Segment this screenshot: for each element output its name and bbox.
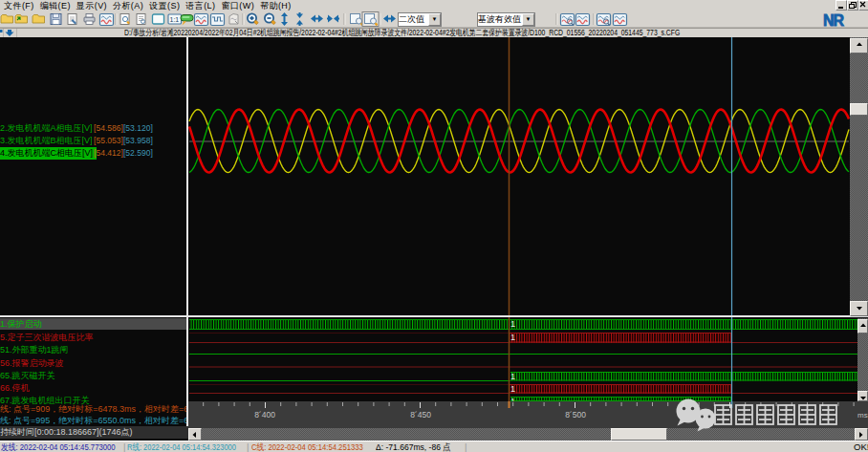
svg-text:1: 1 bbox=[510, 319, 515, 329]
svg-text:8´450: 8´450 bbox=[410, 410, 431, 420]
svg-text:1: 1 bbox=[510, 372, 515, 381]
svg-text:1: 1 bbox=[510, 333, 515, 342]
svg-text:1:1: 1:1 bbox=[170, 16, 180, 23]
svg-text:NR: NR bbox=[823, 12, 845, 29]
svg-text:8´400: 8´400 bbox=[254, 410, 275, 420]
svg-text:1: 1 bbox=[510, 384, 515, 394]
svg-text:8´500: 8´500 bbox=[565, 410, 586, 420]
